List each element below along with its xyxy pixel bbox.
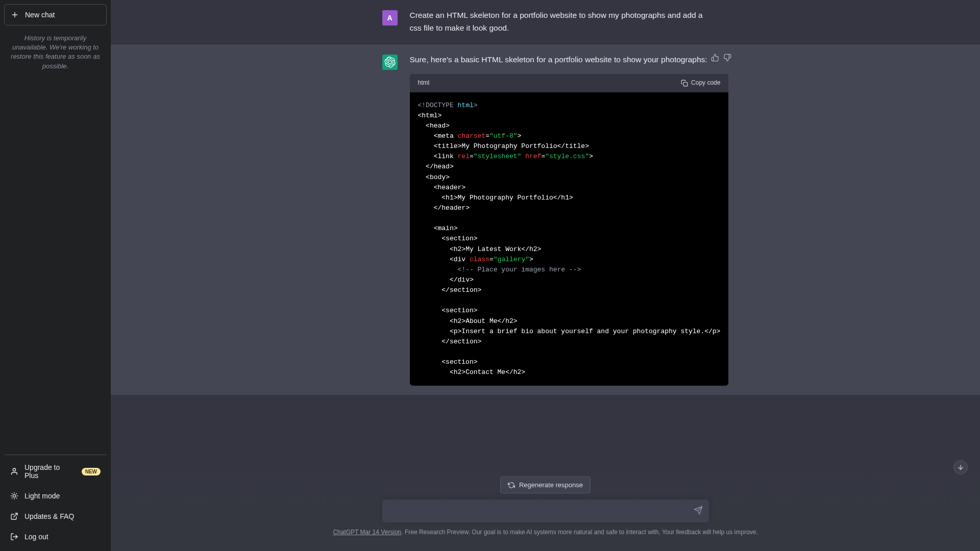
- new-chat-label: New chat: [25, 11, 55, 19]
- clipboard-icon: [681, 80, 688, 87]
- plus-icon: [11, 11, 19, 19]
- svg-rect-14: [683, 82, 688, 86]
- svg-point-2: [13, 468, 15, 471]
- code-header: html Copy code: [410, 74, 729, 92]
- assistant-message-text: Sure, here's a basic HTML skeleton for a…: [410, 54, 729, 66]
- send-icon: [694, 506, 703, 515]
- logout-label: Log out: [24, 533, 48, 541]
- regenerate-label: Regenerate response: [519, 481, 583, 489]
- updates-label: Updates & FAQ: [24, 512, 74, 520]
- upgrade-to-plus-button[interactable]: Upgrade to Plus NEW: [4, 457, 107, 486]
- user-message-text: Create an HTML skeleton for a portfolio …: [410, 9, 709, 35]
- user-message-row: A Create an HTML skeleton for a portfoli…: [111, 0, 980, 44]
- code-body: <!DOCTYPE html> <html> <head> <meta char…: [410, 92, 729, 386]
- bottom-input-area: Regenerate response ChatGPT Mar 14 Versi…: [111, 466, 980, 551]
- sidebar-bottom: Upgrade to Plus NEW Light mode Updates &…: [4, 455, 107, 547]
- light-mode-button[interactable]: Light mode: [4, 486, 107, 506]
- new-chat-button[interactable]: New chat: [4, 4, 107, 26]
- regenerate-button[interactable]: Regenerate response: [500, 477, 591, 493]
- scroll-down-button[interactable]: [953, 460, 968, 474]
- chat-scroll[interactable]: A Create an HTML skeleton for a portfoli…: [111, 0, 980, 466]
- assistant-message-content: Sure, here's a basic HTML skeleton for a…: [410, 54, 729, 386]
- version-link[interactable]: ChatGPT Mar 14 Version: [333, 529, 401, 536]
- history-unavailable-note: History is temporarily unavailable. We'r…: [4, 26, 107, 455]
- logout-button[interactable]: Log out: [4, 527, 107, 547]
- svg-line-6: [12, 493, 12, 494]
- updates-faq-button[interactable]: Updates & FAQ: [4, 506, 107, 527]
- refresh-icon: [508, 482, 515, 489]
- external-link-icon: [10, 512, 18, 520]
- sidebar: New chat History is temporarily unavaila…: [0, 0, 111, 551]
- svg-line-10: [12, 498, 12, 498]
- logout-icon: [10, 533, 18, 541]
- sun-icon: [10, 492, 18, 500]
- footer-text: . Free Research Preview. Our goal is to …: [401, 529, 757, 536]
- light-mode-label: Light mode: [24, 492, 60, 500]
- user-icon: [10, 467, 18, 475]
- send-button[interactable]: [694, 506, 703, 516]
- thumbs-down-icon[interactable]: [723, 54, 731, 62]
- assistant-message-row: Sure, here's a basic HTML skeleton for a…: [111, 44, 980, 396]
- svg-point-3: [13, 494, 15, 497]
- code-lang-label: html: [418, 78, 430, 88]
- new-badge: NEW: [82, 468, 101, 475]
- chat-input[interactable]: [390, 507, 684, 515]
- thumbs-up-icon[interactable]: [711, 54, 719, 62]
- chat-input-box[interactable]: [382, 499, 709, 522]
- code-block: html Copy code <!DOCTYPE html> <html> <h…: [410, 74, 729, 386]
- arrow-down-icon: [957, 464, 964, 471]
- user-avatar: A: [382, 10, 398, 26]
- feedback-buttons: [711, 54, 731, 62]
- openai-logo-icon: [384, 57, 396, 68]
- svg-line-12: [14, 513, 17, 517]
- copy-code-label: Copy code: [691, 78, 720, 88]
- svg-line-7: [16, 498, 17, 498]
- svg-line-11: [16, 493, 17, 494]
- footer-note: ChatGPT Mar 14 Version. Free Research Pr…: [333, 529, 757, 536]
- assistant-avatar: [382, 55, 398, 70]
- main-area: A Create an HTML skeleton for a portfoli…: [111, 0, 980, 551]
- copy-code-button[interactable]: Copy code: [681, 78, 720, 88]
- upgrade-label: Upgrade to Plus: [24, 463, 76, 480]
